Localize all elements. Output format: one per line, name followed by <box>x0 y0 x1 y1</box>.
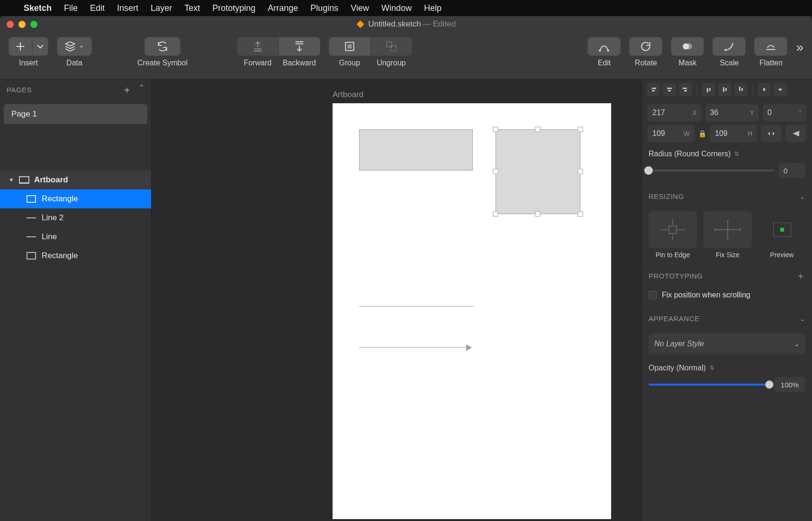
menu-help[interactable]: Help <box>424 3 442 13</box>
align-hcenter-button[interactable] <box>663 83 676 96</box>
position-x-field[interactable]: 217X <box>648 104 702 121</box>
opacity-slider[interactable] <box>649 384 769 386</box>
slider-thumb[interactable] <box>644 166 653 175</box>
canvas-rectangle[interactable] <box>359 129 473 171</box>
canvas-selected-rectangle[interactable] <box>496 129 580 214</box>
menu-plugins[interactable]: Plugins <box>310 3 338 13</box>
selection-handle[interactable] <box>493 212 498 217</box>
prototyping-header: PROTOTYPING ＋ <box>642 265 812 286</box>
pages-header: PAGES ＋ ⌃ <box>0 80 151 100</box>
menu-layer[interactable]: Layer <box>151 3 172 13</box>
layer-artboard-row[interactable]: ▼ Artboard <box>0 171 151 189</box>
group-button[interactable] <box>329 37 370 56</box>
app-menu[interactable]: Sketch <box>24 3 52 13</box>
opacity-value-field[interactable]: 100% <box>774 377 805 392</box>
opacity-label: Opacity (Normal) ⇅ <box>649 364 805 372</box>
lock-aspect-button[interactable]: 🔒 <box>698 130 706 137</box>
fix-position-checkbox[interactable] <box>649 291 657 299</box>
zoom-window-button[interactable] <box>30 21 37 28</box>
edit-shape-button[interactable] <box>587 37 621 56</box>
layer-row[interactable]: Rectangle <box>0 246 151 265</box>
minimize-window-button[interactable] <box>18 21 26 28</box>
line-icon <box>27 236 36 237</box>
canvas-arrow-line[interactable] <box>359 347 468 348</box>
canvas-line[interactable] <box>359 306 474 306</box>
insert-menu-button[interactable] <box>32 37 48 56</box>
selection-handle[interactable] <box>493 169 498 174</box>
insert-button[interactable] <box>9 37 32 56</box>
menu-prototyping[interactable]: Prototyping <box>212 3 255 13</box>
distribute-v-button[interactable] <box>774 83 787 96</box>
x-label: X <box>692 109 696 117</box>
opacity-label-text: Opacity (Normal) <box>649 364 706 372</box>
radius-value-field[interactable]: 0 <box>779 163 805 178</box>
menu-window[interactable]: Window <box>381 3 412 13</box>
stepper-icon[interactable]: ⇅ <box>734 151 739 157</box>
align-vcenter-button[interactable] <box>718 83 731 96</box>
toolbar-flatten-group: Flatten <box>754 37 787 67</box>
toolbar-overflow-button[interactable]: » <box>796 37 803 55</box>
align-top-button[interactable] <box>702 83 715 96</box>
distribute-h-button[interactable] <box>758 83 771 96</box>
selection-handle[interactable] <box>535 127 541 132</box>
layer-row[interactable]: Line 2 <box>0 208 151 227</box>
flatten-button[interactable] <box>754 37 787 56</box>
chevron-down-icon <box>34 40 46 53</box>
bring-forward-icon <box>252 40 264 53</box>
left-sidebar: PAGES ＋ ⌃ Page 1 ▼ Artboard Rectangle <box>0 80 152 521</box>
align-left-button[interactable] <box>647 83 660 96</box>
group-ungroup-labels: Group Ungroup <box>329 59 412 67</box>
layer-style-select[interactable]: No Layer Style ⌄ <box>649 333 805 354</box>
mask-button[interactable] <box>671 37 704 56</box>
canvas[interactable]: Artboard <box>152 80 641 521</box>
menu-text[interactable]: Text <box>184 3 200 13</box>
rotate-button[interactable] <box>629 37 662 56</box>
selection-handle[interactable] <box>578 127 583 132</box>
selection-handle[interactable] <box>493 127 498 132</box>
send-backward-button[interactable] <box>279 37 320 56</box>
menu-file[interactable]: File <box>64 3 78 13</box>
pos-x-value: 217 <box>652 108 665 117</box>
stepper-icon[interactable]: ⇅ <box>710 365 714 371</box>
menu-view[interactable]: View <box>351 3 369 13</box>
chevron-down-icon[interactable]: ⌄ <box>800 193 806 200</box>
create-symbol-button[interactable] <box>144 37 180 56</box>
artboard-canvas-label[interactable]: Artboard <box>333 90 363 99</box>
slider-thumb[interactable] <box>765 380 774 389</box>
height-field[interactable]: 109H <box>710 125 757 142</box>
align-right-button[interactable] <box>679 83 692 96</box>
rotation-field[interactable]: 0° <box>763 104 806 121</box>
page-item[interactable]: Page 1 <box>4 104 147 124</box>
add-page-button[interactable]: ＋ <box>122 83 132 96</box>
menu-arrange[interactable]: Arrange <box>268 3 298 13</box>
flatten-icon <box>765 40 777 53</box>
flip-vertical-button[interactable] <box>785 125 806 142</box>
group-label: Group <box>329 59 370 67</box>
layer-label: Line 2 <box>42 213 63 223</box>
document-name: Untitled.sketch <box>368 19 421 29</box>
data-button[interactable] <box>57 37 92 56</box>
collapse-pages-button[interactable]: ⌃ <box>139 83 145 96</box>
layer-row[interactable]: Rectangle <box>0 189 151 208</box>
scale-button[interactable] <box>713 37 746 56</box>
width-field[interactable]: 109W <box>648 125 695 142</box>
flip-horizontal-button[interactable] <box>761 125 782 142</box>
stack-icon <box>64 40 76 53</box>
selection-handle[interactable] <box>535 212 541 217</box>
disclosure-triangle-icon[interactable]: ▼ <box>9 177 14 183</box>
radius-slider[interactable] <box>649 170 774 171</box>
close-window-button[interactable] <box>7 21 14 28</box>
align-bottom-button[interactable] <box>734 83 748 96</box>
menu-insert[interactable]: Insert <box>117 3 138 13</box>
toolbar-edit-group: Edit <box>587 37 621 67</box>
add-prototype-button[interactable]: ＋ <box>796 269 806 282</box>
pin-to-edge-button[interactable] <box>649 211 697 248</box>
chevron-down-icon[interactable]: ⌄ <box>800 315 806 323</box>
fix-size-button[interactable] <box>704 211 752 248</box>
position-y-field[interactable]: 36Y <box>705 104 759 121</box>
selection-handle[interactable] <box>578 169 583 174</box>
menu-edit[interactable]: Edit <box>90 3 105 13</box>
radius-value: 0 <box>784 167 787 175</box>
selection-handle[interactable] <box>578 212 583 217</box>
layer-row[interactable]: Line <box>0 227 151 246</box>
